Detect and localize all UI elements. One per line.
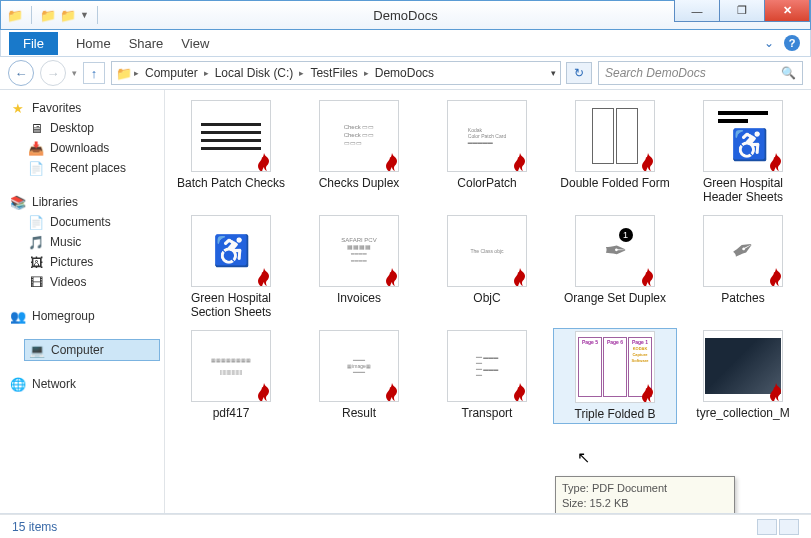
address-history-dropdown[interactable]: ▾ [551, 68, 556, 78]
folder-properties-icon[interactable]: 📁 [40, 7, 56, 23]
file-name: Transport [462, 406, 513, 420]
file-tab[interactable]: File [9, 32, 58, 55]
sidebar-item-music[interactable]: 🎵Music [0, 232, 164, 252]
sidebar-item-downloads[interactable]: 📥Downloads [0, 138, 164, 158]
sidebar-libraries[interactable]: 📚Libraries [0, 192, 164, 212]
sidebar-favorites[interactable]: ★Favorites [0, 98, 164, 118]
file-item[interactable]: Double Folded Form [553, 98, 677, 207]
file-name: Patches [721, 291, 764, 305]
file-item[interactable]: Batch Patch Checks [169, 98, 293, 207]
file-thumbnail [191, 100, 271, 172]
file-name: pdf417 [213, 406, 250, 420]
file-thumbnail: SAFARI PCV▦▦▦▦━━━━━━━━ [319, 215, 399, 287]
tooltip-type: Type: PDF Document [562, 481, 728, 496]
file-item[interactable]: ━━ ▬▬▬━━━━ ▬▬▬━━ Transport [425, 328, 549, 424]
tab-share[interactable]: Share [129, 36, 164, 51]
file-name: Checks Duplex [319, 176, 400, 190]
homegroup-icon: 👥 [10, 308, 26, 324]
file-thumbnail: ✒ [703, 215, 783, 287]
file-item[interactable]: KodakColor Patch Card▬▬▬▬▬ ColorPatch [425, 98, 549, 207]
file-thumbnail: Check ▭▭Check ▭▭▭▭▭ [319, 100, 399, 172]
file-name: Double Folded Form [560, 176, 669, 190]
sidebar-item-documents[interactable]: 📄Documents [0, 212, 164, 232]
file-thumbnail: ━━━━▦image▦━━━━ [319, 330, 399, 402]
sidebar-item-pictures[interactable]: 🖼Pictures [0, 252, 164, 272]
window-controls: — ❐ ✕ [675, 0, 810, 22]
file-item[interactable]: ♿ Green Hospital Header Sheets [681, 98, 805, 207]
item-count: 15 items [12, 520, 57, 534]
file-name: Orange Set Duplex [564, 291, 666, 305]
breadcrumb-segment[interactable]: Computer [141, 66, 202, 80]
pictures-icon: 🖼 [28, 254, 44, 270]
maximize-button[interactable]: ❐ [719, 0, 765, 22]
ribbon: File Home Share View ⌄ ? [0, 30, 811, 57]
chevron-right-icon[interactable]: ▸ [134, 68, 139, 78]
file-item[interactable]: Page 5Page 6Page 1KODAK Capture Software… [553, 328, 677, 424]
file-item[interactable]: The Class objc ObjC [425, 213, 549, 322]
search-icon[interactable]: 🔍 [781, 66, 796, 80]
recent-locations-dropdown[interactable]: ▾ [72, 68, 77, 78]
breadcrumb-segment[interactable]: DemoDocs [371, 66, 438, 80]
file-item[interactable]: tyre_collection_M [681, 328, 805, 424]
file-grid[interactable]: Batch Patch Checks Check ▭▭Check ▭▭▭▭▭ C… [165, 90, 811, 513]
pdf-badge-icon [252, 381, 271, 402]
file-item[interactable]: ━━━━▦image▦━━━━ Result [297, 328, 421, 424]
folder-icon[interactable]: 📁 [7, 7, 23, 23]
sidebar-item-videos[interactable]: 🎞Videos [0, 272, 164, 292]
sidebar-network[interactable]: 🌐Network [0, 374, 164, 394]
file-item[interactable]: ✒ Patches [681, 213, 805, 322]
file-thumbnail: ▦▦▦▦▦▦▦▦||||||||||||||||| [191, 330, 271, 402]
file-thumbnail: ━━ ▬▬▬━━━━ ▬▬▬━━ [447, 330, 527, 402]
search-input[interactable]: Search DemoDocs 🔍 [598, 61, 803, 85]
computer-icon: 💻 [29, 342, 45, 358]
sidebar-item-recent[interactable]: 📄Recent places [0, 158, 164, 178]
chevron-right-icon[interactable]: ▸ [204, 68, 209, 78]
sidebar-computer[interactable]: 💻Computer [24, 339, 160, 361]
sidebar-homegroup[interactable]: 👥Homegroup [0, 306, 164, 326]
address-bar[interactable]: 📁 ▸ Computer ▸ Local Disk (C:) ▸ TestFil… [111, 61, 561, 85]
help-button[interactable]: ? [784, 35, 800, 51]
chevron-right-icon[interactable]: ▸ [299, 68, 304, 78]
up-button[interactable]: ↑ [83, 62, 105, 84]
tab-home[interactable]: Home [76, 36, 111, 51]
window-title: DemoDocs [373, 8, 437, 23]
pdf-badge-icon [636, 382, 655, 403]
file-thumbnail [575, 100, 655, 172]
file-name: ColorPatch [457, 176, 516, 190]
pdf-badge-icon [508, 381, 527, 402]
details-view-button[interactable] [757, 519, 777, 535]
star-icon: ★ [10, 100, 26, 116]
file-tooltip: Type: PDF Document Size: 15.2 KB Date mo… [555, 476, 735, 513]
tooltip-modified: Date modified: 3/11/1999 6:47 AM [562, 512, 728, 513]
breadcrumb-segment[interactable]: TestFiles [306, 66, 361, 80]
file-item[interactable]: SAFARI PCV▦▦▦▦━━━━━━━━ Invoices [297, 213, 421, 322]
ribbon-chevron-icon[interactable]: ⌄ [764, 36, 774, 50]
chevron-right-icon[interactable]: ▸ [364, 68, 369, 78]
file-name: Green Hospital Header Sheets [685, 176, 801, 205]
file-item[interactable]: ♿ Green Hospital Section Sheets [169, 213, 293, 322]
main: ★Favorites 🖥Desktop 📥Downloads 📄Recent p… [0, 90, 811, 514]
music-icon: 🎵 [28, 234, 44, 250]
file-thumbnail [703, 330, 783, 402]
file-name: Green Hospital Section Sheets [173, 291, 289, 320]
pdf-badge-icon [380, 151, 399, 172]
pdf-badge-icon [636, 151, 655, 172]
file-item[interactable]: Check ▭▭Check ▭▭▭▭▭ Checks Duplex [297, 98, 421, 207]
file-item[interactable]: ✒1 Orange Set Duplex [553, 213, 677, 322]
forward-button[interactable]: → [40, 60, 66, 86]
thumbnails-view-button[interactable] [779, 519, 799, 535]
breadcrumb-segment[interactable]: Local Disk (C:) [211, 66, 298, 80]
minimize-button[interactable]: — [674, 0, 720, 22]
close-button[interactable]: ✕ [764, 0, 810, 22]
file-thumbnail: ✒1 [575, 215, 655, 287]
tab-view[interactable]: View [181, 36, 209, 51]
pdf-badge-icon [508, 266, 527, 287]
qat-new-folder-icon[interactable]: 📁 [60, 7, 76, 23]
tooltip-size: Size: 15.2 KB [562, 496, 728, 511]
refresh-button[interactable]: ↻ [566, 62, 592, 84]
network-icon: 🌐 [10, 376, 26, 392]
back-button[interactable]: ← [8, 60, 34, 86]
file-item[interactable]: ▦▦▦▦▦▦▦▦||||||||||||||||| pdf417 [169, 328, 293, 424]
qat-dropdown-icon[interactable]: ▼ [80, 10, 89, 20]
sidebar-item-desktop[interactable]: 🖥Desktop [0, 118, 164, 138]
